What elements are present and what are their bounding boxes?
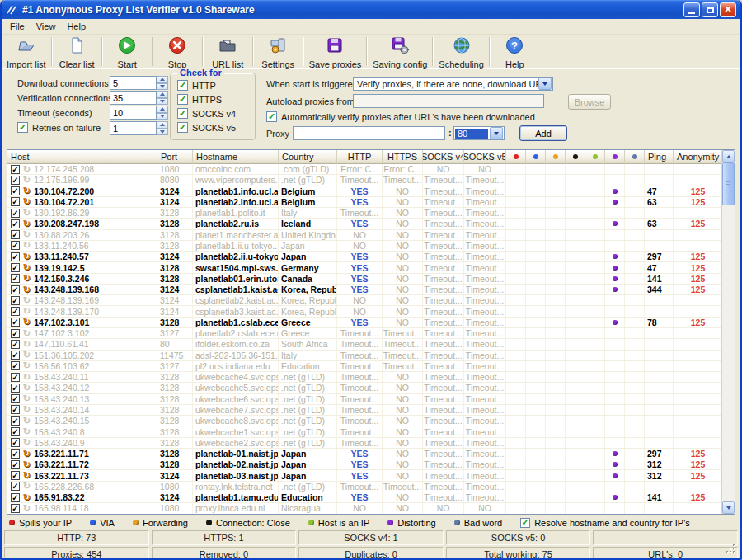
table-row[interactable]: ✓↻165.228.226.681080rontay.lnk.telstra.n… [7,482,735,492]
menu-item-help[interactable]: Help [61,20,92,33]
table-row[interactable]: ✓↻151.36.105.20211475adsl-202-105.36-151… [7,351,735,361]
toolbar-button-url-list[interactable]: URL list [204,35,251,68]
row-checkbox[interactable]: ✓ [11,329,20,338]
menu-item-file[interactable]: File [4,20,31,33]
row-checkbox[interactable]: ✓ [11,165,20,174]
check-for-socks-v5-checkbox[interactable]: ✓ [177,122,188,133]
table-row[interactable]: ✓↻165.91.83.223124planetlab1.tamu.eduEdu… [7,492,735,503]
row-checkbox[interactable]: ✓ [11,285,20,294]
column-header-https[interactable]: HTTPS [383,150,423,164]
table-row[interactable]: ✓↻163.221.11.733124planetlab-03.naist.jp… [7,470,735,481]
row-checkbox[interactable]: ✓ [11,252,20,261]
verification-connections-input[interactable] [110,91,157,105]
timeout-stepper[interactable] [157,106,168,120]
column-header-anonymity[interactable]: Anonymity [674,150,723,164]
row-checkbox[interactable]: ✓ [11,384,20,393]
toolbar-button-import-list[interactable]: Import list [2,35,50,68]
column-header-socks-v4[interactable]: SOCKS v4 [423,150,464,164]
toolbar-button-clear-list[interactable]: Clear list [54,35,101,68]
download-connections-input[interactable] [110,76,157,90]
row-checkbox[interactable]: ✓ [11,493,20,502]
retries-input[interactable] [110,121,157,135]
scrollbar-thumb[interactable] [722,162,735,205]
when-start-dropdown[interactable]: Verify proxies, if there are none, downl… [353,77,553,91]
row-checkbox[interactable]: ✓ [11,361,20,370]
row-checkbox[interactable]: ✓ [11,318,20,327]
table-row[interactable]: ✓↻156.56.103.623127pl2.ucs.indiana.eduEd… [7,361,735,372]
row-checkbox[interactable]: ✓ [11,504,20,513]
scroll-down-icon[interactable] [722,501,735,514]
row-checkbox[interactable]: ✓ [11,460,20,469]
vertical-scrollbar[interactable] [721,150,735,514]
column-header-dot-5[interactable] [605,150,625,164]
row-checkbox[interactable]: ✓ [11,373,20,382]
row-checkbox[interactable]: ✓ [11,438,20,447]
column-header-ping[interactable]: Ping [645,150,674,164]
column-header-port[interactable]: Port [157,150,193,164]
row-checkbox[interactable]: ✓ [11,394,20,403]
table-row[interactable]: ✓↻158.43.240.153128ukwebcache8.svc.ops..… [7,416,735,426]
table-row[interactable]: ✓↻147.102.3.1023127planetlab2.cslab.ece.… [7,328,735,339]
add-proxy-button[interactable]: Add [519,125,567,141]
table-row[interactable]: ✓↻143.248.139.1693124csplanetlab2.kaist.… [7,295,735,306]
close-button[interactable]: ✕ [720,2,736,17]
row-checkbox[interactable]: ✓ [11,209,20,218]
row-checkbox[interactable]: ✓ [11,186,20,195]
column-header-socks-v5[interactable]: SOCKS v5 [464,150,506,164]
row-checkbox[interactable]: ✓ [11,230,20,239]
row-checkbox[interactable]: ✓ [11,351,20,360]
chevron-down-icon[interactable] [538,78,552,90]
column-header-dot-3[interactable] [566,150,585,164]
row-checkbox[interactable]: ✓ [11,449,20,459]
toolbar-button-save-proxies[interactable]: Save proxies [305,35,366,68]
row-checkbox[interactable]: ✓ [11,197,20,206]
table-row[interactable]: ✓↻130.208.247.1983128planetlab2.ru.isIce… [7,219,735,229]
toolbar-button-settings[interactable]: Settings [255,35,302,68]
autoload-file-input[interactable] [353,94,544,108]
minimize-button[interactable] [683,2,700,17]
check-for-https-checkbox[interactable]: ✓ [177,94,188,105]
toolbar-button-start[interactable]: Start [104,35,151,68]
row-checkbox[interactable]: ✓ [11,219,20,228]
table-row[interactable]: ✓↻143.248.139.1683124csplanetlab1.kaist.… [7,285,735,295]
column-header-hostname[interactable]: Hostname [193,150,279,164]
row-checkbox[interactable]: ✓ [11,241,20,250]
table-row[interactable]: ✓↻158.43.240.83128ukwebcache1.svc.ops...… [7,426,735,437]
download-connections-stepper[interactable] [157,76,168,90]
table-row[interactable]: ✓↻147.110.61.4180ifolder.eskom.co.zaSout… [7,339,735,350]
scrollbar-track[interactable] [722,162,735,501]
check-for-socks-v4-checkbox[interactable]: ✓ [177,108,188,119]
scroll-up-icon[interactable] [722,150,735,162]
row-checkbox[interactable]: ✓ [11,427,20,436]
row-checkbox[interactable]: ✓ [11,274,20,283]
column-header-dot-1[interactable] [526,150,546,164]
row-checkbox[interactable]: ✓ [11,416,20,426]
row-checkbox[interactable]: ✓ [11,263,20,272]
table-row[interactable]: ✓↻139.19.142.53128swsat1504.mpi-sws.m...… [7,262,735,273]
column-header-dot-0[interactable] [506,150,526,164]
table-row[interactable]: ✓↻12.175.196.998080www.vipercomputers...… [7,175,735,186]
table-row[interactable]: ✓↻130.192.86.293128planetlab1.polito.itI… [7,208,735,219]
table-row[interactable]: ✓↻158.43.240.133128ukwebcache6.svc.ops..… [7,394,735,405]
table-row[interactable]: ✓↻165.98.114.181080proxy.ihnca.edu.niNic… [7,503,735,514]
table-row[interactable]: ✓↻130.88.203.263128planet1.manchester.a.… [7,230,735,241]
timeout-input[interactable] [110,106,157,120]
column-header-http[interactable]: HTTP [337,150,383,164]
titlebar[interactable]: #1 Anonymous Proxy List Verifier v1.0 Sh… [2,0,740,19]
row-checkbox[interactable]: ✓ [11,471,20,480]
toolbar-button-scheduling[interactable]: Scheduling [434,35,487,68]
browse-button[interactable]: Browse [568,94,611,110]
proxy-host-input[interactable] [293,126,445,140]
check-for-http-checkbox[interactable]: ✓ [177,80,188,91]
table-row[interactable]: ✓↻158.43.240.113128ukwebcache4.svc.ops..… [7,372,735,383]
table-row[interactable]: ✓↻142.150.3.2463128planetlab01.erin.utor… [7,274,735,285]
column-header-dot-4[interactable] [585,150,605,164]
table-row[interactable]: ✓↻130.104.72.2013124planetlab2.info.ucl.… [7,197,735,208]
table-row[interactable]: ✓↻130.104.72.2003124planetlab1.info.ucl.… [7,186,735,197]
toolbar-button-help[interactable]: ?Help [491,35,538,68]
resize-grip[interactable] [726,544,736,554]
table-row[interactable]: ✓↻163.221.11.713128planetlab-01.naist.jp… [7,449,735,459]
row-checkbox[interactable]: ✓ [11,482,20,491]
column-header-host[interactable]: Host [7,150,157,164]
menu-item-view[interactable]: View [31,20,62,33]
